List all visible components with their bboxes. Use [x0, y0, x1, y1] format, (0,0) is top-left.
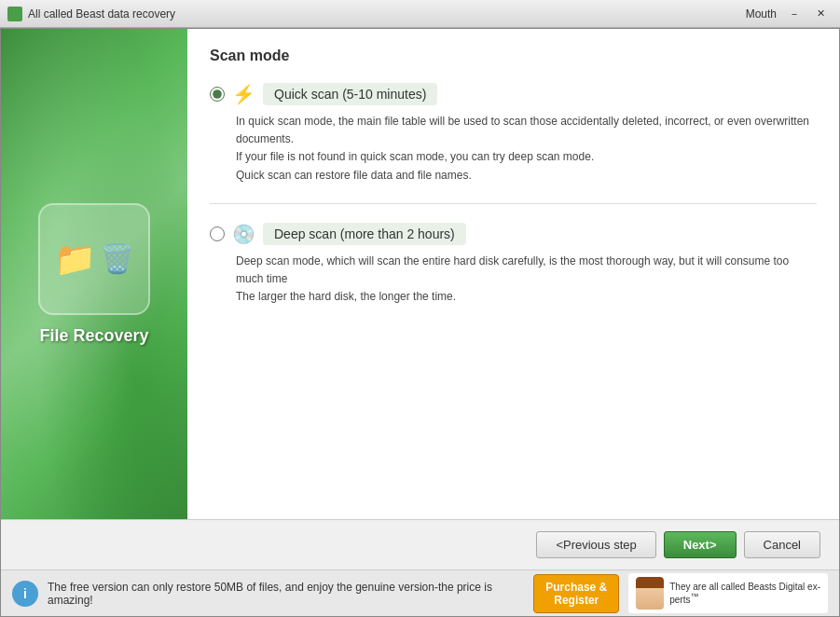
info-bar: i The free version can only restore 50MB… [1, 569, 839, 616]
quick-scan-icon: ⚡ [232, 83, 255, 105]
titlebar: All called Beast data recovery Mouth − ✕ [0, 0, 840, 28]
info-icon: i [12, 581, 38, 607]
quick-scan-radio[interactable] [210, 87, 225, 102]
info-message: The free version can only restore 50MB o… [48, 581, 524, 607]
left-panel-icon-box: 📁 🗑️ [38, 203, 150, 315]
deep-scan-desc-line2: The larger the hard disk, the longer the… [236, 288, 817, 306]
cancel-button[interactable]: Cancel [744, 531, 820, 558]
file-icon: 📁 [54, 240, 96, 279]
quick-scan-option: ⚡ Quick scan (5-10 minutes) In quick sca… [210, 83, 817, 185]
titlebar-controls: Mouth − ✕ [746, 5, 833, 23]
quick-scan-desc-line2: If your file is not found in quick scan … [236, 148, 817, 166]
main-window: 📁 🗑️ File Recovery Scan mode ⚡ Quick sca… [0, 28, 840, 617]
deep-scan-desc-line1: Deep scan mode, which will scan the enti… [236, 253, 817, 288]
deep-scan-option: 💿 Deep scan (more than 2 hours) Deep sca… [210, 223, 817, 307]
next-button[interactable]: Next> [664, 531, 737, 558]
quick-scan-header: ⚡ Quick scan (5-10 minutes) [210, 83, 817, 105]
quick-scan-desc-line3: Quick scan can restore file data and fil… [236, 167, 817, 185]
quick-scan-description: In quick scan mode, the main file table … [236, 113, 817, 185]
purchase-label: Purchase &Register [545, 581, 607, 607]
quick-scan-label: Quick scan (5-10 minutes) [263, 83, 437, 105]
content-area: 📁 🗑️ File Recovery Scan mode ⚡ Quick sca… [1, 29, 839, 519]
deep-scan-radio[interactable] [210, 226, 225, 241]
purchase-button[interactable]: Purchase &Register [533, 574, 619, 613]
mouth-label: Mouth [746, 7, 777, 21]
titlebar-title: All called Beast data recovery [28, 7, 746, 21]
app-icon [7, 7, 22, 21]
close-button[interactable]: ✕ [808, 5, 833, 23]
deep-scan-icon: 💿 [232, 223, 255, 245]
left-panel-icons: 📁 🗑️ [54, 240, 134, 279]
left-panel: 📁 🗑️ File Recovery [1, 29, 187, 519]
separator [210, 203, 817, 204]
left-panel-title: File Recovery [39, 326, 148, 346]
bottom-nav: <Previous step Next> Cancel [1, 519, 839, 569]
scan-mode-heading: Scan mode [210, 48, 817, 64]
recycle-icon: 🗑️ [100, 242, 134, 275]
quick-scan-desc-line1: In quick scan mode, the main file table … [236, 113, 817, 148]
deep-scan-label: Deep scan (more than 2 hours) [263, 223, 466, 245]
deep-scan-header: 💿 Deep scan (more than 2 hours) [210, 223, 817, 245]
avatar-hair [636, 577, 664, 588]
minimize-button[interactable]: − [782, 5, 806, 23]
deep-scan-description: Deep scan mode, which will scan the enti… [236, 253, 817, 307]
avatar-image [636, 577, 664, 610]
trademark: ™ [690, 592, 698, 601]
right-panel: Scan mode ⚡ Quick scan (5-10 minutes) In… [187, 29, 839, 519]
avatar-text: They are all called Beasts Digital ex-pe… [669, 582, 820, 605]
prev-button[interactable]: <Previous step [536, 531, 655, 558]
avatar-area: They are all called Beasts Digital ex-pe… [628, 573, 828, 613]
